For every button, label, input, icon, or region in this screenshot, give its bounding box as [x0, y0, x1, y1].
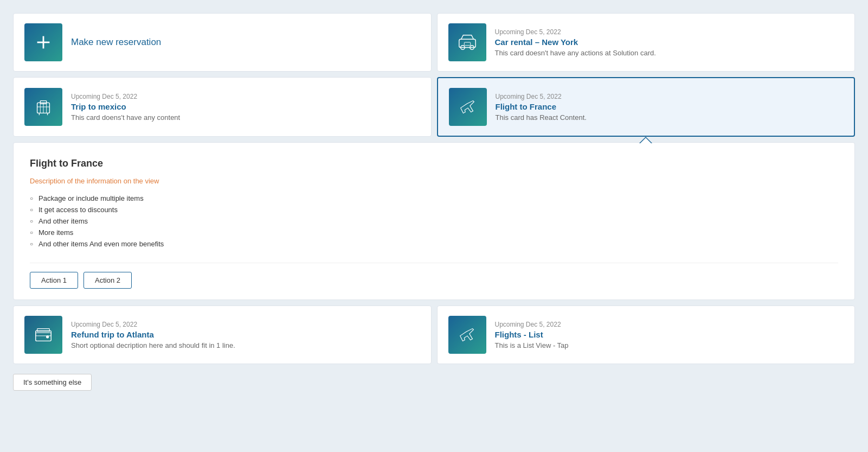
refund-atlanta-upcoming: Upcoming Dec 5, 2022: [71, 321, 420, 328]
plane-icon-bg-france: [449, 88, 487, 126]
flights-list-desc: This is a List View - Tap: [495, 341, 844, 349]
car-rental-desc: This card doesn't have any actions at So…: [495, 49, 844, 57]
flights-list-upcoming: Upcoming Dec 5, 2022: [495, 321, 844, 328]
panel-list: Package or include multiple items It get…: [30, 193, 838, 250]
refund-atlanta-card[interactable]: Upcoming Dec 5, 2022 Refund trip to Atla…: [13, 305, 432, 364]
plus-icon: [24, 23, 62, 61]
plane-icon-bg-list: [448, 316, 486, 354]
plane-icon-list: [457, 324, 478, 345]
car-rental-content: Upcoming Dec 5, 2022 Car rental – New Yo…: [495, 28, 844, 57]
flights-list-title: Flights - List: [495, 330, 844, 339]
bottom-actions-area: It's something else: [13, 370, 855, 395]
panel-title: Flight to France: [30, 158, 838, 169]
trip-mexico-upcoming: Upcoming Dec 5, 2022: [71, 93, 420, 100]
flight-france-card[interactable]: Upcoming Dec 5, 2022 Flight to France Th…: [437, 77, 856, 137]
flights-list-card[interactable]: Upcoming Dec 5, 2022 Flights - List This…: [437, 305, 856, 364]
car-icon-bg: [448, 23, 486, 61]
list-item: Package or include multiple items: [30, 193, 838, 204]
svg-rect-5: [464, 42, 470, 46]
car-icon: [457, 32, 478, 53]
flight-france-desc: This card has React Content.: [496, 113, 844, 122]
svg-point-17: [47, 336, 49, 338]
make-reservation-label: Make new reservation: [71, 37, 161, 48]
action2-button[interactable]: Action 2: [83, 272, 132, 289]
flights-list-content: Upcoming Dec 5, 2022 Flights - List This…: [495, 321, 844, 349]
flight-france-content: Upcoming Dec 5, 2022 Flight to France Th…: [496, 93, 844, 122]
panel-description: Description of the information on the vi…: [30, 177, 838, 185]
luggage-icon-bg: [24, 88, 62, 126]
trip-mexico-title: Trip to mexico: [71, 102, 420, 111]
car-rental-card[interactable]: Upcoming Dec 5, 2022 Car rental – New Yo…: [437, 13, 856, 72]
trip-mexico-desc: This card doens't have any content: [71, 113, 420, 122]
flight-france-title: Flight to France: [496, 102, 844, 111]
trip-mexico-card[interactable]: Upcoming Dec 5, 2022 Trip to mexico This…: [13, 77, 432, 137]
action1-button[interactable]: Action 1: [30, 272, 78, 289]
car-rental-upcoming: Upcoming Dec 5, 2022: [495, 28, 844, 36]
car-rental-title: Car rental – New York: [495, 37, 844, 47]
something-else-button[interactable]: It's something else: [13, 374, 92, 391]
refund-atlanta-content: Upcoming Dec 5, 2022 Refund trip to Atla…: [71, 321, 420, 349]
make-reservation-card[interactable]: Make new reservation: [13, 13, 432, 72]
panel-actions: Action 1 Action 2: [30, 263, 838, 289]
list-item: It get access to discounts: [30, 204, 838, 215]
flight-france-upcoming: Upcoming Dec 5, 2022: [496, 93, 844, 100]
list-item: More items: [30, 227, 838, 238]
plane-icon-france: [458, 97, 478, 117]
svg-rect-15: [36, 333, 52, 336]
luggage-icon: [33, 97, 54, 117]
wallet-icon: [33, 324, 54, 345]
svg-rect-16: [37, 329, 50, 332]
list-item: And other items And even more benefits: [30, 238, 838, 250]
refund-atlanta-desc: Short optional decription here and shoul…: [71, 341, 420, 349]
refund-atlanta-title: Refund trip to Atlanta: [71, 330, 420, 339]
wallet-icon-bg: [24, 316, 62, 354]
list-item: And other items: [30, 215, 838, 227]
trip-mexico-content: Upcoming Dec 5, 2022 Trip to mexico This…: [71, 93, 420, 122]
plus-svg: [33, 32, 54, 53]
expanded-panel: Flight to France Description of the info…: [13, 142, 855, 300]
